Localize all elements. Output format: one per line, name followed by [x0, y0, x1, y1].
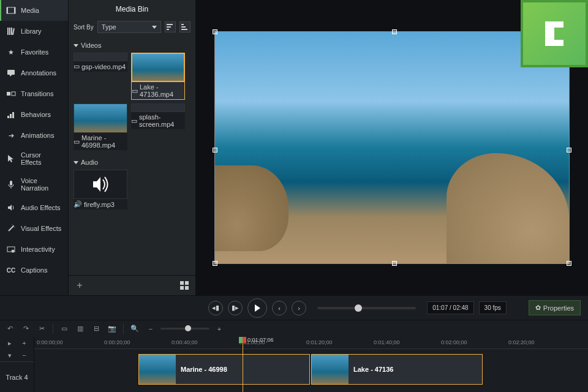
mic-icon	[6, 179, 16, 189]
sidebar-item-voice[interactable]: Voice Narration	[0, 172, 68, 197]
sidebar-item-visualfx[interactable]: Visual Effects	[0, 218, 68, 239]
track-label[interactable]: Track 4	[0, 361, 34, 392]
sidebar-item-library[interactable]: Library	[0, 21, 68, 42]
fps-display: 30 fps	[479, 301, 507, 314]
video-icon: ▭	[74, 138, 80, 146]
sidebar-item-transitions[interactable]: Transitions	[0, 83, 68, 104]
sort-desc-button[interactable]	[179, 21, 190, 32]
next-button[interactable]: ›	[292, 301, 306, 315]
sidebar-item-cursor[interactable]: Cursor Effects	[0, 146, 68, 172]
media-item[interactable]: 🔊firefly.mp3	[74, 170, 127, 209]
prev-button[interactable]: ‹	[272, 301, 287, 315]
star-icon: ★	[6, 47, 16, 57]
chevron-down-icon	[152, 26, 157, 29]
svg-rect-26	[181, 29, 187, 30]
undo-button[interactable]: ↶	[4, 323, 16, 335]
sidebar-item-audiofx[interactable]: Audio Effects	[0, 197, 68, 218]
timeline-clip[interactable]: Lake - 47136	[311, 354, 483, 385]
library-icon	[6, 26, 16, 36]
media-bin-title: Media Bin	[69, 0, 195, 18]
sidebar-item-favorites[interactable]: ★Favorites	[0, 42, 68, 62]
zoom-in-button[interactable]: +	[213, 323, 225, 335]
sidebar-item-captions[interactable]: CCCaptions	[0, 260, 68, 281]
section-audio-header[interactable]: Audio	[74, 155, 190, 170]
video-icon: ▭	[132, 87, 138, 95]
cut-button[interactable]: ✂	[36, 323, 48, 335]
collapse-icon	[74, 44, 78, 47]
sidebar-item-behaviors[interactable]: Behaviors	[0, 104, 68, 125]
svg-rect-27	[180, 281, 184, 285]
svg-rect-4	[9, 28, 10, 35]
sidebar-label: Transitions	[21, 90, 53, 97]
svg-point-17	[12, 225, 13, 225]
sidebar-label: Library	[21, 28, 42, 35]
svg-rect-8	[7, 92, 10, 96]
sidebar-item-interactivity[interactable]: Interactivity	[0, 239, 68, 260]
media-item[interactable]: ▭Lake - 47136.mp4	[131, 53, 185, 100]
playhead[interactable]: 0:01:07;06	[243, 337, 243, 392]
svg-rect-13	[10, 181, 12, 186]
cc-icon: CC	[6, 265, 16, 275]
sort-dropdown[interactable]: Type	[97, 21, 161, 33]
timeline-tracks[interactable]: Marine - 46998 Lake - 47136	[34, 349, 588, 390]
sort-label: Sort By	[74, 24, 94, 31]
timeline-clip[interactable]: Marine - 46998	[138, 354, 310, 385]
resize-handle[interactable]	[392, 29, 397, 34]
grid-view-button[interactable]	[178, 279, 190, 292]
svg-rect-3	[7, 28, 9, 35]
ruler-tick: 0:01:40;00	[374, 339, 400, 345]
media-item[interactable]: ▭gsp-video.mp4	[74, 53, 127, 100]
sidebar-item-animations[interactable]: ➔Animations	[0, 125, 68, 146]
resize-handle[interactable]	[392, 261, 397, 266]
play-button[interactable]	[247, 298, 267, 318]
resize-handle[interactable]	[213, 29, 217, 34]
sort-asc-button[interactable]	[165, 21, 176, 32]
redo-button[interactable]: ↷	[20, 323, 32, 335]
zoom-button[interactable]: 🔍	[129, 323, 141, 335]
interact-icon	[6, 244, 16, 254]
svg-rect-7	[7, 70, 15, 75]
next-frame-button[interactable]: ▮▸	[228, 301, 243, 315]
sidebar-label: Animations	[21, 132, 54, 139]
prev-frame-button[interactable]: ◂▮	[208, 301, 223, 315]
snapshot-button[interactable]: 📷	[106, 323, 118, 335]
resize-handle[interactable]	[567, 148, 571, 153]
scrubber[interactable]	[317, 307, 416, 309]
track-remove-button[interactable]: −	[18, 349, 31, 361]
zoom-knob[interactable]	[185, 325, 191, 331]
annotation-icon	[6, 68, 16, 78]
media-item[interactable]: ▭Marine - 46998.mp4	[74, 104, 127, 150]
properties-button[interactable]: ✿Properties	[529, 300, 581, 315]
ruler-tick: 0:01:20;00	[306, 339, 333, 345]
time-display: 01:07 / 02:48	[427, 301, 473, 314]
ruler-tick: 0:00:20;00	[104, 339, 130, 345]
scrubber-knob[interactable]	[355, 304, 362, 312]
svg-point-18	[15, 227, 15, 228]
add-media-button[interactable]: +	[74, 279, 86, 292]
sidebar-item-media[interactable]: Media	[0, 0, 68, 21]
sidebar-item-annotations[interactable]: Annotations	[0, 62, 68, 83]
track-collapse-button[interactable]: ▾	[4, 349, 16, 361]
animation-icon: ➔	[6, 130, 16, 140]
resize-handle[interactable]	[213, 261, 217, 266]
zoom-out-button[interactable]: −	[145, 323, 157, 335]
zoom-slider[interactable]	[160, 328, 209, 330]
svg-rect-22	[167, 26, 171, 28]
section-videos-header[interactable]: Videos	[74, 38, 190, 53]
copy-button[interactable]: ▭	[58, 323, 70, 335]
video-icon: ▭	[74, 62, 80, 70]
sidebar-label: Favorites	[21, 48, 48, 56]
sidebar-label: Visual Effects	[21, 225, 61, 232]
track-add-button[interactable]: +	[18, 337, 31, 349]
track-expand-button[interactable]: ▸	[4, 337, 16, 349]
timeline-ruler[interactable]: 0:00:00;00 0:00:20;00 0:00:40;00 0:01:00…	[34, 337, 588, 349]
paste-button[interactable]: ▥	[74, 323, 86, 335]
sidebar-label: Voice Narration	[21, 177, 62, 192]
sidebar-label: Captions	[21, 266, 47, 274]
resize-handle[interactable]	[213, 148, 217, 153]
preview-canvas[interactable]	[214, 31, 570, 264]
media-item[interactable]: ▭splash-screen.mp4	[131, 104, 185, 150]
audio-icon	[6, 203, 16, 213]
split-button[interactable]: ⊟	[90, 323, 102, 335]
resize-handle[interactable]	[567, 261, 571, 266]
